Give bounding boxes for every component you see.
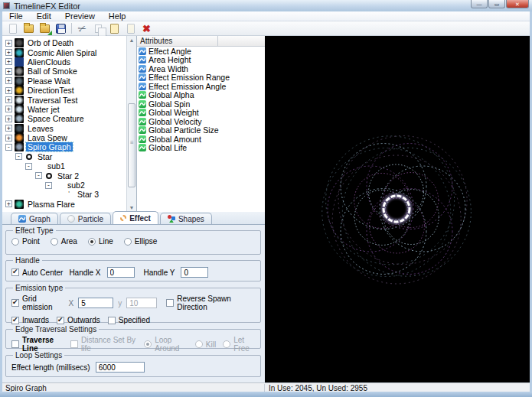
handle-x-field[interactable]: [107, 267, 135, 278]
minimize-button[interactable]: —: [471, 0, 488, 8]
tab-particle[interactable]: Particle: [60, 213, 111, 224]
point-radio[interactable]: Point: [11, 237, 40, 246]
tree-item[interactable]: -sub2: [2, 181, 126, 190]
radio-icon[interactable]: [88, 238, 96, 246]
import-icon[interactable]: [37, 21, 53, 35]
tree-scrollbar[interactable]: ▲ ▼: [126, 36, 136, 212]
ellipse-radio[interactable]: Ellipse: [124, 237, 157, 246]
tree-item[interactable]: 'Star 3: [2, 190, 126, 199]
collapse-icon[interactable]: -: [25, 163, 32, 170]
tree-item[interactable]: -sub1: [2, 161, 126, 171]
paste-icon[interactable]: [106, 21, 122, 35]
checkbox-icon[interactable]: [166, 299, 174, 307]
distance-set-by-life-checkbox[interactable]: Distance Set By life: [70, 336, 137, 353]
tree-item[interactable]: +DirectionTest: [2, 86, 126, 95]
expand-icon[interactable]: +: [5, 106, 12, 112]
attribute-item[interactable]: Global Weight: [137, 109, 265, 118]
radio-icon[interactable]: [144, 340, 152, 348]
tree-item[interactable]: +Traversal Test: [2, 95, 126, 104]
checkbox-icon[interactable]: [108, 317, 116, 324]
checkbox-icon[interactable]: [57, 317, 64, 324]
expand-icon[interactable]: +: [5, 49, 12, 56]
kill-radio[interactable]: Kill: [195, 336, 216, 353]
maximize-button[interactable]: ▭: [488, 0, 505, 8]
radio-icon[interactable]: [195, 340, 203, 348]
attributes-header[interactable]: Attributes: [137, 36, 265, 47]
tree-item[interactable]: +Please Wait: [2, 76, 126, 86]
effect-length-field[interactable]: [96, 362, 145, 373]
expand-icon[interactable]: +: [5, 116, 12, 122]
checkbox-icon[interactable]: [11, 299, 19, 307]
radio-icon[interactable]: [51, 238, 58, 246]
open-icon[interactable]: [21, 21, 37, 35]
specified-checkbox[interactable]: Specified: [108, 316, 150, 324]
collapse-icon[interactable]: -: [35, 172, 42, 179]
close-button[interactable]: ✕: [506, 0, 529, 8]
attribute-item[interactable]: Effect Angle: [137, 47, 265, 56]
attribute-item[interactable]: Global Spin: [137, 99, 265, 109]
tree-item[interactable]: -Star 2: [2, 171, 126, 180]
tab-shapes[interactable]: Shapes: [160, 213, 212, 224]
loop-around-radio[interactable]: Loop Around: [144, 336, 188, 353]
delete-icon[interactable]: ✖: [139, 21, 155, 35]
scroll-up-icon[interactable]: ▲: [127, 36, 136, 44]
menu-item-preview[interactable]: Preview: [58, 11, 102, 21]
title-bar[interactable]: TimelineFX Editor — ▭ ✕: [0, 0, 532, 11]
tree-item[interactable]: +Leaves: [2, 124, 126, 133]
collapse-icon[interactable]: -: [45, 182, 52, 189]
cut-icon[interactable]: ✂: [74, 21, 90, 35]
tree-item[interactable]: +Plasma Flare: [2, 200, 126, 209]
attribute-item[interactable]: Effect Emission Angle: [137, 82, 265, 91]
area-radio[interactable]: Area: [51, 237, 77, 246]
expand-icon[interactable]: +: [5, 58, 12, 65]
reverse-spawn-checkbox[interactable]: Reverse Spawn Direction: [166, 294, 255, 311]
expand-icon[interactable]: +: [5, 96, 12, 103]
attribute-item[interactable]: Global Amount: [137, 135, 265, 144]
auto-center-checkbox[interactable]: Auto Center: [11, 268, 63, 277]
expand-icon[interactable]: +: [5, 125, 12, 132]
menu-item-help[interactable]: Help: [102, 11, 133, 21]
particle-preview[interactable]: [265, 36, 530, 382]
expand-icon[interactable]: +: [5, 135, 12, 142]
expand-icon[interactable]: +: [5, 40, 12, 47]
grid-y-field[interactable]: [126, 298, 157, 308]
radio-icon[interactable]: [223, 340, 230, 348]
tree-item[interactable]: +Ball of Smoke: [2, 67, 126, 76]
line-radio[interactable]: Line: [88, 237, 113, 246]
attribute-item[interactable]: Global Velocity: [137, 117, 265, 126]
attribute-item[interactable]: Area Width: [137, 64, 265, 73]
attribute-item[interactable]: Effect Emission Range: [137, 73, 265, 83]
tree-item[interactable]: -Spiro Graph: [2, 142, 126, 151]
tab-effect[interactable]: Effect: [113, 211, 158, 224]
outwards-checkbox[interactable]: Outwards: [57, 316, 100, 324]
attribute-item[interactable]: Global Alpha: [137, 91, 265, 100]
let-free-radio[interactable]: Let Free: [223, 336, 255, 353]
checkbox-icon[interactable]: [11, 340, 19, 348]
attribute-item[interactable]: Global Life: [137, 144, 265, 153]
radio-icon[interactable]: [124, 238, 132, 246]
tree-item[interactable]: +Orb of Death: [2, 38, 126, 47]
tree-item[interactable]: +Lava Spew: [2, 133, 126, 142]
scrollbar-thumb[interactable]: [128, 103, 135, 187]
tree-item[interactable]: +AlienClouds: [2, 57, 126, 67]
inwards-checkbox[interactable]: Inwards: [11, 316, 49, 324]
menu-item-file[interactable]: File: [2, 11, 30, 21]
tree-item[interactable]: +Water jet: [2, 105, 126, 114]
attribute-item[interactable]: Area Height: [137, 56, 265, 65]
checkbox-icon[interactable]: [11, 268, 19, 276]
expand-icon[interactable]: +: [5, 77, 12, 84]
grid-x-field[interactable]: [78, 298, 113, 308]
attributes-column-header[interactable]: Attributes: [137, 36, 218, 47]
tree-item[interactable]: +Space Creature: [2, 114, 126, 123]
checkbox-icon[interactable]: [11, 317, 19, 324]
attribute-item[interactable]: Global Particle Size: [137, 126, 265, 135]
checkbox-icon[interactable]: [70, 340, 78, 348]
grid-emission-checkbox[interactable]: Grid emission: [11, 294, 64, 311]
menu-item-edit[interactable]: Edit: [30, 11, 58, 21]
collapse-icon[interactable]: -: [5, 144, 12, 151]
expand-icon[interactable]: +: [5, 87, 12, 94]
handle-y-field[interactable]: [181, 267, 208, 278]
expand-icon[interactable]: +: [5, 200, 12, 207]
traverse-line-checkbox[interactable]: Traverse Line: [11, 336, 64, 353]
collapse-icon[interactable]: -: [15, 153, 22, 160]
